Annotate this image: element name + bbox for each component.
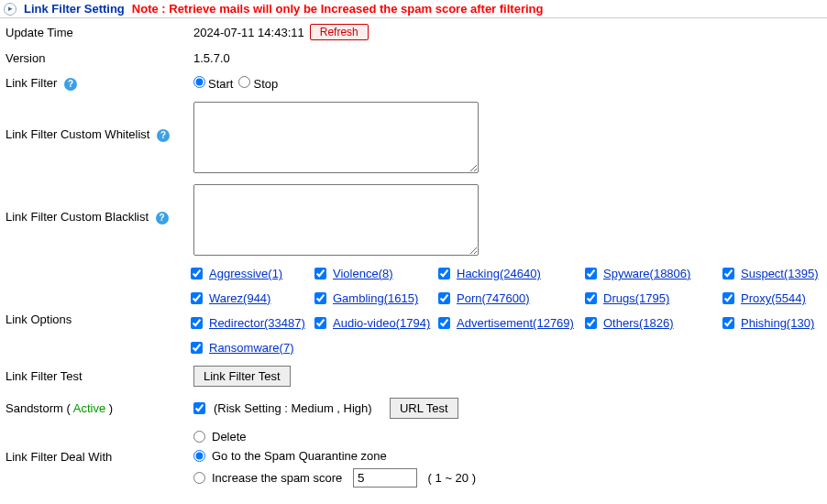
option-link[interactable]: Porn(747600) [457,291,530,305]
radio-start-label: Start [208,77,233,91]
option-checkbox[interactable] [191,342,203,354]
blacklist-textarea[interactable] [193,184,479,256]
option-link[interactable]: Others(1826) [603,316,674,330]
link-option: Phishing(130) [722,316,823,330]
radio-stop-wrap[interactable]: Stop [238,76,278,91]
link-option: Proxy(5544) [722,291,823,305]
radio-quarantine[interactable] [193,450,205,462]
option-checkbox[interactable] [585,317,597,329]
value-version: 1.5.7.0 [193,51,230,65]
link-option: Spyware(18806) [585,267,722,280]
option-link[interactable]: Phishing(130) [741,316,814,330]
link-options-grid: Aggressive(1)Violence(8)Hacking(24640)Sp… [191,267,823,355]
help-icon[interactable]: ? [64,78,77,91]
link-option: Ransomware(7) [191,341,314,355]
url-test-button[interactable]: URL Test [390,398,458,419]
option-link[interactable]: Drugs(1795) [603,291,669,305]
option-link[interactable]: Ransomware(7) [209,341,293,355]
option-link[interactable]: Redirector(33487) [209,316,305,330]
option-link[interactable]: Advertisement(12769) [457,316,574,330]
option-checkbox[interactable] [438,268,450,279]
link-option: Redirector(33487) [191,316,314,330]
value-update-time: 2024-07-11 14:43:11 [193,26,304,39]
radio-stop[interactable] [238,76,250,88]
expand-icon[interactable]: ▸ [4,3,17,16]
link-filter-test-button[interactable]: Link Filter Test [193,366,291,387]
link-option: Hacking(24640) [438,267,585,280]
link-option: Violence(8) [314,267,438,280]
option-checkbox[interactable] [722,317,734,329]
link-option: Drugs(1795) [585,291,722,305]
option-link[interactable]: Spyware(18806) [603,267,690,280]
option-checkbox[interactable] [314,317,326,329]
option-link[interactable]: Suspect(1395) [741,267,819,280]
option-checkbox[interactable] [191,268,203,279]
sandstorm-checkbox[interactable] [193,402,205,414]
link-option: Others(1826) [585,316,722,330]
label-link-options: Link Options [4,267,191,326]
option-link[interactable]: Gambling(1615) [333,291,418,305]
option-link[interactable]: Proxy(5544) [741,291,806,305]
option-checkbox[interactable] [438,317,450,329]
option-checkbox[interactable] [722,268,734,279]
radio-start[interactable] [193,76,205,88]
label-version: Version [4,51,193,65]
whitelist-textarea[interactable] [193,102,479,173]
help-icon[interactable]: ? [156,212,169,225]
risk-setting-text: (Risk Setting : Medium , High) [214,401,372,415]
radio-start-wrap[interactable]: Start [193,76,233,91]
option-checkbox[interactable] [722,292,734,304]
label-sandstorm: Sandstorm [6,401,63,415]
radio-delete-label: Delete [212,430,247,444]
label-link-filter: Link Filter [6,76,57,90]
sandstorm-status: Active [73,401,105,415]
option-link[interactable]: Aggressive(1) [209,267,282,280]
option-link[interactable]: Audio-video(1794) [333,316,430,330]
link-option: Audio-video(1794) [314,316,438,330]
label-update-time: Update Time [4,26,193,39]
option-link[interactable]: Warez(944) [209,291,270,305]
link-option: Advertisement(12769) [438,316,585,330]
label-deal-with: Link Filter Deal With [4,430,193,464]
label-link-filter-test: Link Filter Test [4,369,193,383]
radio-increase-label: Increase the spam score [212,471,342,485]
link-option: Aggressive(1) [191,267,314,280]
spam-score-range: ( 1 ~ 20 ) [428,471,476,485]
radio-increase[interactable] [193,472,205,484]
option-checkbox[interactable] [585,268,597,279]
link-option: Porn(747600) [438,291,585,305]
option-link[interactable]: Hacking(24640) [457,267,541,280]
section-title: Link Filter Setting [24,2,125,16]
option-checkbox[interactable] [314,292,326,304]
radio-stop-label: Stop [253,77,278,91]
header-note: Note : Retrieve mails will only be Incre… [132,2,544,16]
option-checkbox[interactable] [191,317,203,329]
label-blacklist: Link Filter Custom Blacklist [6,210,149,224]
radio-delete[interactable] [193,431,205,443]
option-checkbox[interactable] [438,292,450,304]
sandstorm-paren: ( Active ) [67,401,114,415]
label-whitelist: Link Filter Custom Whitelist [6,127,149,141]
help-icon[interactable]: ? [157,129,170,142]
radio-quarantine-label: Go to the Spam Quarantine zone [212,449,387,463]
option-checkbox[interactable] [191,292,203,304]
link-option: Warez(944) [191,291,314,305]
link-option: Suspect(1395) [722,267,823,280]
option-link[interactable]: Violence(8) [333,267,393,280]
option-checkbox[interactable] [585,292,597,304]
link-option: Gambling(1615) [314,291,438,305]
spam-score-input[interactable] [353,468,417,488]
option-checkbox[interactable] [314,268,326,279]
refresh-button[interactable]: Refresh [310,24,369,40]
